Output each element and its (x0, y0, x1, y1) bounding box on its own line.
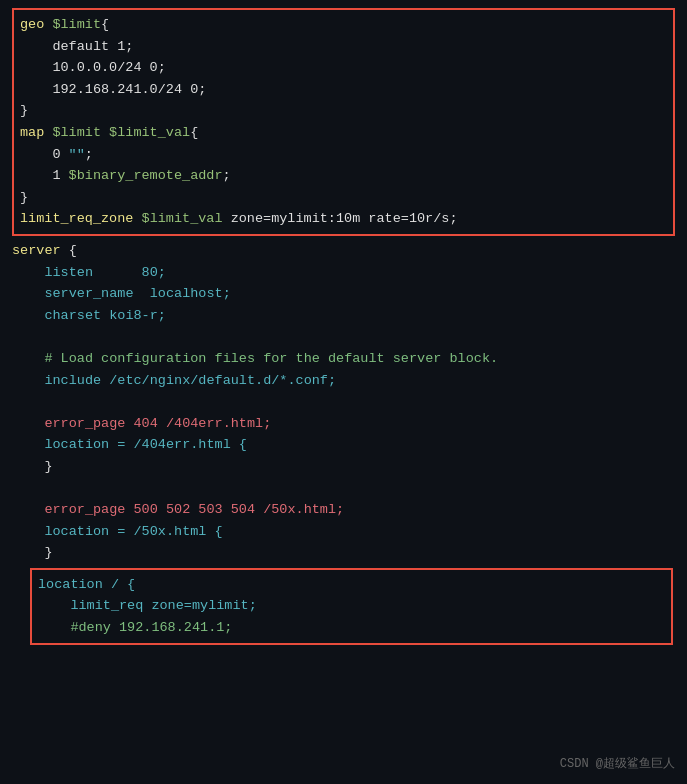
code-line: charset koi8-r; (12, 305, 675, 327)
code-line: include /etc/nginx/default.d/*.conf; (12, 370, 675, 392)
code-container: geo $limit{ default 1; 10.0.0.0/24 0; 19… (0, 0, 687, 784)
code-line: location = /404err.html { (12, 434, 675, 456)
code-line: } (12, 542, 675, 564)
code-line: geo $limit{ (20, 14, 665, 36)
code-line: 10.0.0.0/24 0; (20, 57, 665, 79)
code-line: } (20, 187, 665, 209)
code-line: limit_req_zone $limit_val zone=mylimit:1… (20, 208, 665, 230)
code-line: 192.168.241.0/24 0; (20, 79, 665, 101)
code-line: } (20, 100, 665, 122)
code-line (12, 391, 675, 413)
code-line: server { (12, 240, 675, 262)
code-line: server_name localhost; (12, 283, 675, 305)
code-line: listen 80; (12, 262, 675, 284)
code-line: 1 $binary_remote_addr; (20, 165, 665, 187)
bottom-section: location / { limit_req zone=mylimit; #de… (30, 568, 673, 645)
watermark: CSDN @超级鲨鱼巨人 (560, 755, 675, 774)
code-line: error_page 404 /404err.html; (12, 413, 675, 435)
code-line: default 1; (20, 36, 665, 58)
top-section: geo $limit{ default 1; 10.0.0.0/24 0; 19… (12, 8, 675, 236)
code-line: map $limit $limit_val{ (20, 122, 665, 144)
code-line: # Load configuration files for the defau… (12, 348, 675, 370)
code-line: error_page 500 502 503 504 /50x.html; (12, 499, 675, 521)
code-line: location / { (38, 574, 663, 596)
code-line: 0 ""; (20, 144, 665, 166)
mid-section: server { listen 80; server_name localhos… (12, 238, 675, 566)
code-line: location = /50x.html { (12, 521, 675, 543)
watermark-text: CSDN @超级鲨鱼巨人 (560, 757, 675, 771)
code-line (12, 477, 675, 499)
code-line (12, 326, 675, 348)
code-line: #deny 192.168.241.1; (38, 617, 663, 639)
code-line: limit_req zone=mylimit; (38, 595, 663, 617)
code-line: } (12, 456, 675, 478)
